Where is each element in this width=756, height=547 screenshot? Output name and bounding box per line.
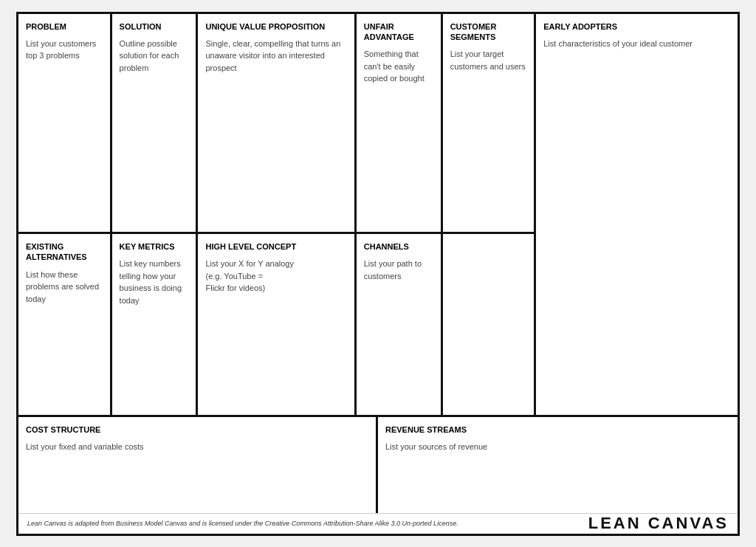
- problem-title: PROBLEM: [26, 21, 103, 32]
- uvp-body: Single, clear, compelling that turns an …: [205, 38, 346, 75]
- canvas-main-grid: PROBLEM List your customers top 3 proble…: [18, 14, 738, 417]
- early-adopters-title: EARLY ADOPTERS: [543, 21, 730, 32]
- solution-column: SOLUTION Outline possible solution for e…: [112, 14, 199, 415]
- existing-alternatives-cell: EXISTING ALTERNATIVES List how these pro…: [18, 234, 110, 414]
- channels-body: List your path to customers: [364, 258, 433, 282]
- cost-structure-title: COST STRUCTURE: [26, 424, 368, 435]
- unfair-column: UNFAIR ADVANTAGE Something that can't be…: [357, 14, 443, 415]
- customer-segments-cell: CUSTOMER SEGMENTS List your target custo…: [443, 14, 535, 235]
- problem-cell: PROBLEM List your customers top 3 proble…: [18, 14, 110, 235]
- unfair-cell: UNFAIR ADVANTAGE Something that can't be…: [357, 14, 441, 235]
- problem-column: PROBLEM List your customers top 3 proble…: [18, 14, 112, 415]
- high-level-concept-title: HIGH LEVEL CONCEPT: [205, 241, 346, 252]
- footer-brand: LEAN CANVAS: [588, 514, 729, 533]
- high-level-concept-body: List your X for Y analogy (e.g. YouTube …: [205, 258, 346, 295]
- solution-cell: SOLUTION Outline possible solution for e…: [112, 14, 196, 235]
- customer-segments-body: List your target customers and users: [450, 48, 527, 72]
- channels-cell: CHANNELS List your path to customers: [357, 234, 441, 414]
- solution-body: Outline possible solution for each probl…: [120, 38, 189, 75]
- cost-structure-body: List your fixed and variable costs: [26, 441, 368, 453]
- early-adopters-cell: EARLY ADOPTERS List characteristics of y…: [536, 14, 738, 415]
- cost-structure-cell: COST STRUCTURE List your fixed and varia…: [18, 417, 378, 513]
- early-adopters-column: EARLY ADOPTERS List characteristics of y…: [536, 14, 738, 415]
- revenue-streams-body: List your sources of revenue: [385, 441, 730, 453]
- existing-alternatives-title: EXISTING ALTERNATIVES: [26, 241, 103, 263]
- customer-column: CUSTOMER SEGMENTS List your target custo…: [443, 14, 537, 415]
- early-adopters-body: List characteristics of your ideal custo…: [543, 38, 730, 50]
- problem-body: List your customers top 3 problems: [26, 38, 103, 62]
- key-metrics-title: KEY METRICS: [120, 241, 189, 252]
- footer-credit: Lean Canvas is adapted from Business Mod…: [27, 520, 458, 527]
- high-level-concept-cell: HIGH LEVEL CONCEPT List your X for Y ana…: [198, 234, 354, 414]
- customer-segments-title: CUSTOMER SEGMENTS: [450, 21, 527, 43]
- canvas-bottom-row: COST STRUCTURE List your fixed and varia…: [18, 417, 738, 513]
- channels-title: CHANNELS: [364, 241, 433, 252]
- uvp-cell: UNIQUE VALUE PROPOSITION Single, clear, …: [198, 14, 354, 235]
- revenue-streams-cell: REVENUE STREAMS List your sources of rev…: [378, 417, 738, 513]
- key-metrics-cell: KEY METRICS List key numbers telling how…: [112, 234, 196, 414]
- revenue-streams-title: REVENUE STREAMS: [385, 424, 730, 435]
- lean-canvas: PROBLEM List your customers top 3 proble…: [16, 12, 740, 536]
- solution-title: SOLUTION: [120, 21, 189, 32]
- uvp-column: UNIQUE VALUE PROPOSITION Single, clear, …: [198, 14, 356, 415]
- uvp-title: UNIQUE VALUE PROPOSITION: [205, 21, 346, 32]
- canvas-footer: Lean Canvas is adapted from Business Mod…: [18, 513, 738, 534]
- unfair-title: UNFAIR ADVANTAGE: [364, 21, 433, 43]
- existing-alternatives-body: List how these problems are solved today: [26, 269, 103, 306]
- unfair-body: Something that can't be easily copied or…: [364, 48, 433, 85]
- key-metrics-body: List key numbers telling how your busine…: [120, 258, 189, 306]
- customer-bottom-cell: [443, 234, 535, 414]
